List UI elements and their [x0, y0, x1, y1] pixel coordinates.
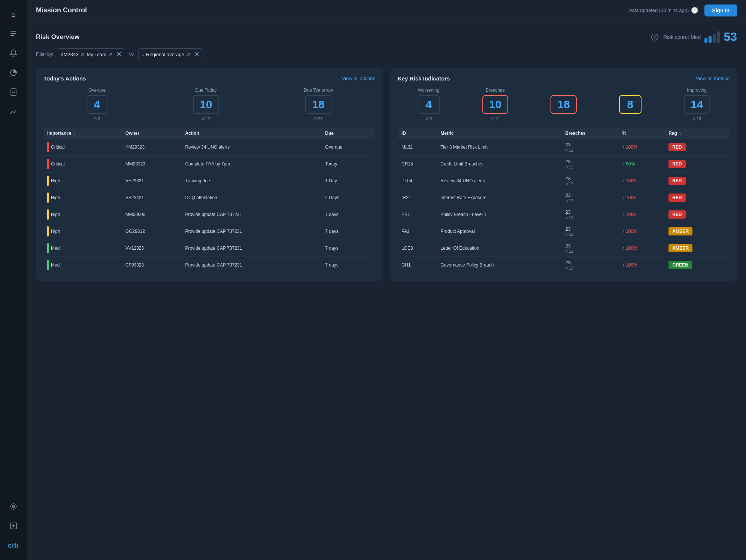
- kri-table-row[interactable]: PB1 Policy Breach - Level 1 23 ◇12 ↑ 100…: [398, 206, 730, 223]
- kri-header: Key Risk Indicators View all metrics: [398, 75, 730, 82]
- action-table-row[interactable]: High MM00000 Provide update CAP 737231 7…: [43, 206, 375, 223]
- sidebar-item-trends[interactable]: [5, 103, 22, 120]
- importance-label: High: [51, 212, 60, 217]
- sidebar-item-notifications[interactable]: [5, 45, 22, 61]
- kri-table-row[interactable]: IR21 Interest Rate Exposure 23 ◇12 ↑ 100…: [398, 189, 730, 206]
- filter-tag-regional: ◇ Regional average ✕: [142, 51, 191, 57]
- rag-badge: AMBER: [668, 227, 692, 235]
- kri-breaches-a-box: 10: [482, 95, 508, 114]
- kri-metric-cell: Tier 3 Market Risk Limit: [437, 139, 561, 156]
- signin-button[interactable]: Sign In: [704, 4, 737, 16]
- importance-label: Critical: [51, 144, 65, 150]
- breach-regional-value: ◇12: [565, 249, 615, 253]
- kri-id-cell: IR21: [398, 189, 437, 206]
- action-table-row[interactable]: Critical KM29323 Review 34 UNO alerts Ov…: [43, 139, 375, 156]
- sidebar-item-documents[interactable]: [5, 84, 22, 100]
- main-content: Mission Control Data updated (30 mins ag…: [27, 0, 746, 560]
- action-importance-cell: Critical: [43, 156, 122, 173]
- kri-pct-cell: ↑ 100%: [619, 173, 665, 189]
- action-action-cell: Complete PAA by 7pm: [181, 156, 321, 173]
- kri-id-cell: PB1: [398, 206, 437, 223]
- kri-table-row[interactable]: PT04 Review 34 UNO alerts 23 ◇12 ↑ 100% …: [398, 173, 730, 189]
- filter-group-right-clear[interactable]: ✕: [194, 50, 200, 58]
- action-table-row[interactable]: Med CF99323 Provide update CAP 737231 7 …: [43, 257, 375, 274]
- sidebar-item-list[interactable]: [5, 25, 22, 42]
- rag-badge: RED: [668, 194, 685, 202]
- action-table-row[interactable]: Critical MM23323 Complete PAA by 7pm Tod…: [43, 156, 375, 173]
- sidebar-item-settings[interactable]: [5, 498, 22, 515]
- risk-overview-header: Risk Overview ? Risk score: Med 53: [36, 30, 737, 44]
- importance-label: High: [51, 195, 60, 200]
- kri-col-pct[interactable]: %: [619, 128, 665, 139]
- breach-main-value: 23: [565, 176, 615, 181]
- kri-table-row[interactable]: GH1 Governance Policy Breach 23 ◇12 ↑ 10…: [398, 257, 730, 274]
- breach-main-value: 23: [565, 226, 615, 232]
- risk-score-label: Risk score: Med: [663, 34, 701, 40]
- filter-tag-myteam-remove[interactable]: ✕: [109, 51, 113, 57]
- action-action-cell: DCQ attestation: [181, 189, 321, 206]
- kri-col-metric[interactable]: Metric: [437, 128, 561, 139]
- kri-pct-cell: ↑ 100%: [619, 206, 665, 223]
- kri-breaches-b-value: 18: [557, 98, 570, 110]
- action-action-cell: Provide update CAP 737231: [181, 206, 321, 223]
- kri-breaches-cell: 23 ◇12: [562, 156, 619, 173]
- action-due-cell: 7 days: [321, 206, 375, 223]
- sidebar-item-export[interactable]: [5, 518, 22, 534]
- col-importance[interactable]: Importance ↑: [43, 128, 122, 139]
- view-all-actions-link[interactable]: View all actions: [342, 76, 375, 81]
- sidebar: ⌂ citi: [0, 0, 27, 560]
- action-table-row[interactable]: High GG29312 Provide update CAP 737231 7…: [43, 223, 375, 240]
- action-table-row[interactable]: High VE29321 Training due 1 Day: [43, 173, 375, 189]
- kri-table-row[interactable]: LOE3 Letter Of Education 23 ◇12 ↑ 100% A…: [398, 240, 730, 257]
- kri-stat-worsening: Worsening 4 ◇3: [418, 88, 440, 121]
- kri-metric-cell: Review 34 UNO alerts: [437, 173, 561, 189]
- kri-rag-cell: RED: [665, 206, 730, 223]
- kri-pct-cell: ↑ 100%: [619, 189, 665, 206]
- sidebar-item-home[interactable]: ⌂: [5, 6, 22, 22]
- col-owner[interactable]: Owner: [122, 128, 182, 139]
- filter-tag-regional-remove[interactable]: ✕: [186, 51, 191, 57]
- action-importance-cell: Med: [43, 240, 122, 257]
- kri-table-row[interactable]: ML32 Tier 3 Market Risk Limit 23 ◇12 ↑ 1…: [398, 139, 730, 156]
- kri-table-row[interactable]: CR15 Credit Limit Breaches 23 ◇12 ↓ 50% …: [398, 156, 730, 173]
- kri-improving-box: 14: [684, 95, 710, 114]
- kri-breaches-c-value: 8: [627, 98, 634, 110]
- filter-tag-km2343-remove[interactable]: ✕: [81, 51, 85, 57]
- col-due[interactable]: Due: [321, 128, 375, 139]
- action-table-row[interactable]: Med VV12323 Provide update CAP 737231 7 …: [43, 240, 375, 257]
- help-icon[interactable]: ?: [651, 34, 658, 40]
- risk-overview-title: Risk Overview: [36, 33, 79, 41]
- importance-bar: [47, 142, 49, 152]
- action-importance-cell: High: [43, 223, 122, 240]
- action-due-cell: Today: [321, 156, 375, 173]
- importance-label: Med: [51, 246, 60, 251]
- actions-stats-row: Overdue 4 ◇3 Due Today 10: [43, 88, 375, 121]
- kri-table-row[interactable]: PA2 Product Approval 23 ◇12 ↑ 100% AMBER: [398, 223, 730, 240]
- stat-overdue-value: 4: [94, 98, 100, 110]
- rag-badge: RED: [668, 177, 685, 185]
- kri-title: Key Risk Indicators: [398, 75, 450, 82]
- citi-logo: citi: [8, 537, 19, 554]
- filter-group-left-clear[interactable]: ✕: [116, 50, 122, 58]
- action-importance-cell: High: [43, 173, 122, 189]
- action-due-cell: 2 Days: [321, 189, 375, 206]
- breach-regional-value: ◇12: [565, 215, 615, 220]
- view-all-metrics-link[interactable]: View all metrics: [696, 76, 730, 81]
- kri-col-id[interactable]: ID: [398, 128, 437, 139]
- data-updated: Data updated (30 mins ago) 🕐: [628, 7, 698, 14]
- sidebar-item-charts[interactable]: [5, 64, 22, 81]
- app-header: Mission Control Data updated (30 mins ag…: [27, 0, 746, 21]
- kri-col-rag[interactable]: Rag ↑: [665, 128, 730, 139]
- kri-col-breaches[interactable]: Breaches: [562, 128, 619, 139]
- kri-metric-cell: Governance Policy Breach: [437, 257, 561, 274]
- kri-rag-cell: RED: [665, 156, 730, 173]
- action-table-row[interactable]: High SS23421 DCQ attestation 2 Days: [43, 189, 375, 206]
- stat-due-today-label: Due Today: [195, 88, 217, 93]
- app-title: Mission Control: [36, 6, 87, 14]
- col-action[interactable]: Action: [181, 128, 321, 139]
- kri-rag-cell: RED: [665, 189, 730, 206]
- kri-breaches-cell: 23 ◇12: [562, 257, 619, 274]
- svg-rect-2: [10, 35, 14, 36]
- kri-id-cell: ML32: [398, 139, 437, 156]
- breach-main-value: 23: [565, 260, 615, 265]
